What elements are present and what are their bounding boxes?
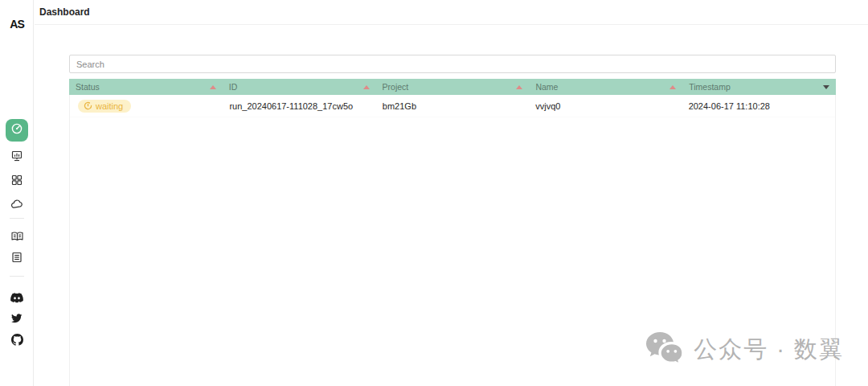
app-root: AS — [0, 0, 868, 386]
sidebar-item-apps[interactable] — [0, 172, 34, 188]
table-header-row: Status ID Project Name Timestamp — [69, 79, 836, 95]
waiting-clock-icon — [84, 101, 92, 110]
main-content: Status ID Project Name Timestamp — [69, 55, 836, 386]
column-label: Project — [383, 82, 409, 92]
sort-caret-icon[interactable] — [516, 85, 522, 89]
table-row[interactable]: waiting run_20240617-111028_17cw5o bm21G… — [70, 95, 835, 117]
document-lines-icon — [10, 251, 23, 264]
apps-grid-icon — [10, 174, 23, 187]
cell-project: bm21Gb — [376, 95, 529, 117]
column-label: Name — [535, 82, 558, 92]
sidebar: AS — [0, 0, 34, 386]
open-book-icon — [10, 230, 24, 243]
page-title: Dashboard — [39, 0, 90, 25]
status-badge-label: waiting — [96, 101, 123, 111]
column-header-id[interactable]: ID — [223, 79, 376, 95]
sidebar-item-cloud[interactable] — [0, 196, 34, 212]
sidebar-item-twitter[interactable] — [0, 310, 34, 326]
column-header-timestamp[interactable]: Timestamp — [682, 79, 836, 95]
sort-caret-icon[interactable] — [210, 85, 216, 89]
column-label: Status — [76, 82, 100, 92]
gauge-dashboard-icon — [10, 122, 23, 138]
monitor-chart-icon — [10, 150, 23, 162]
runs-table: Status ID Project Name Timestamp — [69, 79, 836, 386]
table-body: waiting run_20240617-111028_17cw5o bm21G… — [69, 95, 836, 386]
column-label: ID — [229, 82, 238, 92]
column-header-name[interactable]: Name — [529, 79, 682, 95]
sidebar-item-monitor[interactable] — [0, 148, 34, 164]
cell-timestamp: 2024-06-17 11:10:28 — [682, 95, 835, 117]
sidebar-item-github[interactable] — [0, 331, 34, 347]
github-icon — [11, 334, 23, 346]
sidebar-item-logs[interactable] — [0, 249, 34, 265]
column-header-project[interactable]: Project — [376, 79, 530, 95]
cloud-icon — [10, 198, 23, 211]
cell-status: waiting — [70, 95, 223, 117]
sidebar-item-discord[interactable] — [0, 290, 34, 306]
sidebar-divider — [10, 218, 24, 219]
topbar: Dashboard — [35, 0, 868, 25]
cell-name: vvjvq0 — [529, 95, 682, 117]
app-logo: AS — [0, 18, 34, 31]
column-label: Timestamp — [689, 82, 731, 92]
sidebar-item-dashboard[interactable] — [6, 119, 28, 142]
status-badge: waiting — [78, 100, 131, 113]
twitter-bird-icon — [11, 314, 23, 323]
sidebar-divider — [10, 276, 24, 277]
search-input[interactable] — [69, 55, 836, 73]
sidebar-item-docs[interactable] — [0, 228, 34, 244]
discord-icon — [10, 293, 23, 303]
sort-caret-icon[interactable] — [669, 85, 676, 89]
filter-caret-icon[interactable] — [823, 85, 829, 89]
cell-id: run_20240617-111028_17cw5o — [223, 95, 375, 117]
column-header-status[interactable]: Status — [69, 79, 223, 95]
sort-caret-icon[interactable] — [363, 85, 370, 89]
